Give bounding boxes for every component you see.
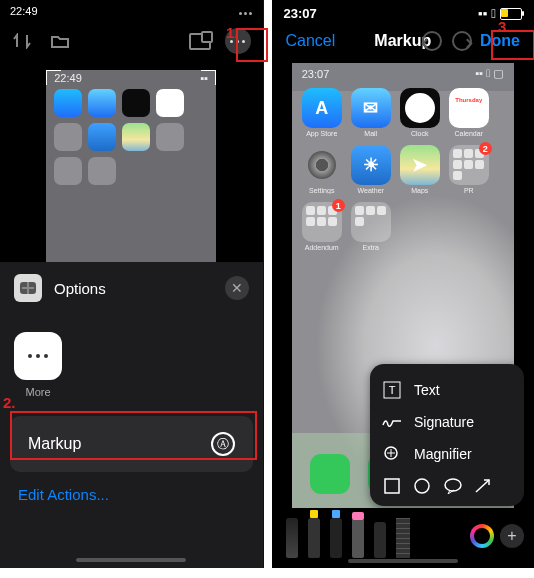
shape-circle-icon[interactable]	[414, 478, 430, 494]
app-maps: ➤Maps	[400, 145, 440, 194]
folder-icon[interactable]	[50, 32, 70, 50]
app-row-1: AApp Store ✉Mail Clock Thursday23Calenda…	[292, 84, 514, 141]
signal-icon: ▪▪	[478, 6, 487, 21]
color-picker[interactable]	[470, 524, 494, 548]
markup-screen: 23:07 ▪▪ 􀙇 Cancel Markup Done 23:07 ▪▪ 􀙇…	[272, 0, 535, 568]
app-row-3: 1Addendum Extra	[292, 198, 514, 255]
add-button[interactable]: +	[500, 524, 524, 548]
magnifier-icon	[382, 444, 402, 464]
ruler-tool[interactable]	[396, 518, 410, 558]
home-indicator	[348, 559, 458, 563]
photos-edit-screen: 22:49 22:49▪▪ Options ✕	[0, 0, 264, 568]
annotation-3: 3.	[498, 18, 511, 35]
annotation-1: 1.	[226, 24, 239, 41]
status-indicators	[238, 5, 253, 17]
edit-actions-link[interactable]: Edit Actions...	[0, 472, 263, 517]
markup-add-popup: TText Signature Magnifier	[370, 364, 524, 506]
annotation-1-box	[236, 28, 268, 62]
annotation-2-box	[10, 411, 257, 460]
shape-speech-icon[interactable]	[444, 478, 460, 494]
status-bar: 22:49	[0, 0, 263, 20]
sheet-title: Options	[54, 280, 106, 297]
thumb-time: 22:49	[54, 72, 82, 84]
pen-tool[interactable]	[286, 518, 298, 558]
canvas-status-bar: 23:07 ▪▪ 􀙇 ▢	[292, 63, 514, 84]
app-clock: Clock	[400, 88, 440, 137]
redo-icon[interactable]	[452, 31, 472, 51]
dock-phone-icon	[310, 454, 350, 494]
app-appstore: AApp Store	[302, 88, 342, 137]
svg-line-8	[476, 480, 489, 492]
lasso-tool[interactable]	[374, 522, 386, 558]
home-indicator	[76, 558, 186, 562]
close-icon[interactable]: ✕	[225, 276, 249, 300]
wifi-icon: 􀙇	[491, 6, 496, 21]
status-bar: 23:07 ▪▪ 􀙇	[272, 0, 535, 23]
status-time: 23:07	[284, 6, 317, 21]
pencil-tool[interactable]	[330, 518, 342, 558]
photo-preview[interactable]: 22:49▪▪	[46, 70, 216, 272]
app-weather: ☀Weather	[351, 145, 391, 194]
text-icon: T	[382, 380, 402, 400]
app-row-2: Settings ☀Weather ➤Maps 2PR	[292, 141, 514, 198]
highlighter-tool[interactable]	[308, 518, 320, 558]
app-settings: Settings	[302, 145, 342, 194]
pen-tray	[286, 518, 410, 558]
app-calendar: Thursday23Calendar	[449, 88, 489, 137]
more-label: More	[14, 386, 62, 398]
svg-point-6	[415, 479, 429, 493]
undo-icon[interactable]	[422, 31, 442, 51]
app-folder-pr: 2PR	[449, 145, 489, 194]
flip-icon[interactable]	[12, 32, 32, 50]
popup-shapes	[382, 470, 512, 496]
popup-signature[interactable]: Signature	[382, 406, 512, 438]
app-mail: ✉Mail	[351, 88, 391, 137]
cancel-button[interactable]: Cancel	[286, 32, 336, 49]
markup-toolbar: +	[272, 508, 535, 564]
popup-magnifier-label: Magnifier	[414, 446, 472, 462]
svg-text:T: T	[389, 384, 396, 396]
eraser-tool[interactable]	[352, 518, 364, 558]
edit-toolbar	[0, 20, 263, 62]
options-thumb-icon	[14, 274, 42, 302]
app-folder-addendum: 1Addendum	[302, 202, 342, 251]
popup-signature-label: Signature	[414, 414, 474, 430]
svg-point-7	[445, 479, 461, 491]
popup-text-label: Text	[414, 382, 440, 398]
popup-magnifier[interactable]: Magnifier	[382, 438, 512, 470]
shape-arrow-icon[interactable]	[474, 478, 490, 494]
annotation-2: 2.	[3, 394, 16, 411]
more-tile[interactable]: More	[14, 332, 62, 398]
app-folder-extra: Extra	[351, 202, 391, 251]
signature-icon	[382, 412, 402, 432]
aspect-icon[interactable]	[189, 33, 211, 50]
shape-square-icon[interactable]	[384, 478, 400, 494]
status-time: 22:49	[10, 5, 38, 17]
canvas-time: 23:07	[302, 68, 330, 80]
popup-text[interactable]: TText	[382, 374, 512, 406]
svg-rect-5	[385, 479, 399, 493]
